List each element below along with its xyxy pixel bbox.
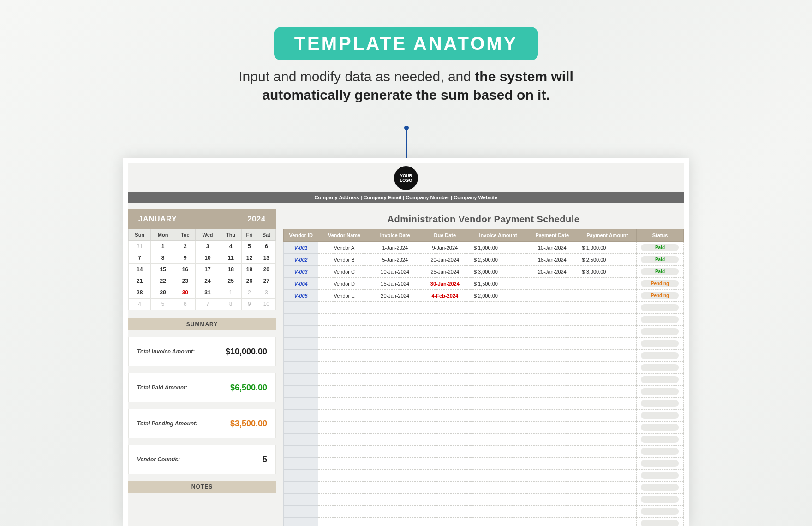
table-row[interactable]: .......x [284,338,684,350]
calendar-cell[interactable]: 14 [129,264,151,275]
calendar-cell[interactable]: 31 [195,287,220,299]
cell-invoice-amount[interactable]: $ 2,500.00 [470,254,526,266]
cell-payment-date[interactable]: 20-Jan-2024 [526,266,578,278]
cell-invoice-amount[interactable]: $ 2,000.00 [470,290,526,302]
calendar-cell[interactable]: 6 [175,299,195,310]
cell-invoice-amount[interactable]: $ 1,500.00 [470,278,526,290]
calendar-cell[interactable]: 22 [151,275,175,287]
calendar-cell[interactable]: 13 [257,252,275,264]
calendar-cell[interactable]: 31 [129,241,151,252]
calendar-cell[interactable]: 1 [151,241,175,252]
cell-invoice-date[interactable]: 10-Jan-2024 [370,266,420,278]
calendar-cell[interactable]: 21 [129,275,151,287]
calendar-cell[interactable]: 12 [242,252,257,264]
calendar-cell[interactable]: 30 [175,287,195,299]
cell-status[interactable]: x [636,314,683,326]
table-row[interactable]: .......x [284,518,684,526]
table-row[interactable]: .......x [284,302,684,314]
cell-vendor-id[interactable]: . [284,494,318,506]
cell-status[interactable]: x [636,386,683,398]
calendar-cell[interactable]: 9 [175,252,195,264]
cell-payment-date[interactable]: 18-Jan-2024 [526,254,578,266]
cell-vendor-id[interactable]: . [284,410,318,422]
cell-vendor-id[interactable]: . [284,422,318,434]
calendar-cell[interactable]: 5 [242,241,257,252]
table-row[interactable]: .......x [284,422,684,434]
table-row[interactable]: .......x [284,314,684,326]
cell-status[interactable]: Paid [636,242,683,254]
cell-vendor-id[interactable]: . [284,458,318,470]
cell-payment-date[interactable]: 10-Jan-2024 [526,242,578,254]
cell-payment-amount[interactable]: $ 3,000.00 [578,266,636,278]
cell-vendor-id[interactable]: . [284,446,318,458]
cell-vendor-id[interactable]: . [284,470,318,482]
table-row[interactable]: .......x [284,350,684,362]
cell-payment-amount[interactable] [578,278,636,290]
cell-invoice-amount[interactable]: $ 1,000.00 [470,242,526,254]
calendar-cell[interactable]: 28 [129,287,151,299]
cell-status[interactable]: x [636,338,683,350]
calendar-cell[interactable]: 15 [151,264,175,275]
table-row[interactable]: V-004Vendor D15-Jan-202430-Jan-2024$ 1,5… [284,278,684,290]
cell-vendor-name[interactable]: Vendor B [318,254,370,266]
cell-invoice-date[interactable]: 5-Jan-2024 [370,254,420,266]
cell-status[interactable]: x [636,326,683,338]
cell-vendor-name[interactable]: Vendor A [318,242,370,254]
table-row[interactable]: .......x [284,362,684,374]
cell-status[interactable]: x [636,458,683,470]
calendar-cell[interactable]: 25 [220,275,242,287]
cell-vendor-name[interactable]: Vendor E [318,290,370,302]
cell-vendor-id[interactable]: . [284,362,318,374]
cell-status[interactable]: x [636,446,683,458]
cell-payment-amount[interactable]: $ 2,500.00 [578,254,636,266]
cell-status[interactable]: x [636,362,683,374]
calendar-cell[interactable]: 8 [151,252,175,264]
cell-vendor-id[interactable]: V-004 [284,278,318,290]
cell-due-date[interactable]: 9-Jan-2024 [420,242,470,254]
cell-status[interactable]: x [636,374,683,386]
cell-due-date[interactable]: 4-Feb-2024 [420,290,470,302]
calendar-cell[interactable]: 20 [257,264,275,275]
cell-vendor-id[interactable]: . [284,506,318,518]
calendar-cell[interactable]: 23 [175,275,195,287]
table-row[interactable]: V-003Vendor C10-Jan-202425-Jan-2024$ 3,0… [284,266,684,278]
calendar-cell[interactable]: 7 [195,299,220,310]
table-row[interactable]: .......x [284,374,684,386]
cell-vendor-id[interactable]: V-001 [284,242,318,254]
cell-status[interactable]: x [636,470,683,482]
cell-invoice-date[interactable]: 15-Jan-2024 [370,278,420,290]
calendar-cell[interactable]: 10 [195,252,220,264]
cell-status[interactable]: x [636,494,683,506]
calendar-cell[interactable]: 8 [220,299,242,310]
cell-vendor-id[interactable]: . [284,326,318,338]
cell-vendor-name[interactable]: Vendor D [318,278,370,290]
cell-vendor-id[interactable]: . [284,518,318,526]
cell-status[interactable]: x [636,482,683,494]
cell-due-date[interactable]: 25-Jan-2024 [420,266,470,278]
table-row[interactable]: .......x [284,398,684,410]
table-row[interactable]: .......x [284,482,684,494]
cell-vendor-id[interactable]: . [284,302,318,314]
calendar-cell[interactable]: 24 [195,275,220,287]
calendar-cell[interactable]: 2 [175,241,195,252]
calendar-cell[interactable]: 4 [220,241,242,252]
calendar-cell[interactable]: 3 [195,241,220,252]
cell-vendor-id[interactable]: . [284,314,318,326]
calendar-cell[interactable]: 26 [242,275,257,287]
calendar-cell[interactable]: 29 [151,287,175,299]
calendar-cell[interactable]: 27 [257,275,275,287]
cell-vendor-id[interactable]: V-003 [284,266,318,278]
cell-status[interactable]: x [636,422,683,434]
cell-vendor-id[interactable]: V-002 [284,254,318,266]
cell-payment-date[interactable] [526,278,578,290]
table-row[interactable]: .......x [284,494,684,506]
table-row[interactable]: .......x [284,458,684,470]
cell-status[interactable]: x [636,410,683,422]
table-row[interactable]: .......x [284,506,684,518]
cell-vendor-id[interactable]: . [284,398,318,410]
calendar-cell[interactable]: 16 [175,264,195,275]
cell-vendor-id[interactable]: . [284,374,318,386]
cell-vendor-name[interactable]: Vendor C [318,266,370,278]
calendar-cell[interactable]: 18 [220,264,242,275]
cell-status[interactable]: Paid [636,254,683,266]
